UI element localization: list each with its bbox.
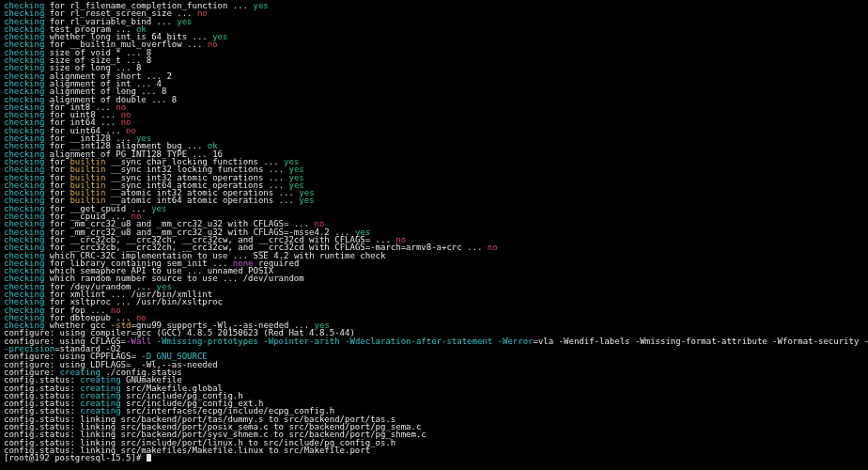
log-result: yes [177,17,192,26]
shell-prompt[interactable]: [root@192 postgresql-15.5]# [4,453,151,462]
log-result: 2 [166,71,171,81]
log-line: configure: using CFLAGS=-Wall -Wmissing-… [4,337,868,346]
log-result: 8 [172,95,177,104]
log-flag-wall: -Wall [126,337,151,346]
log-result: no [197,8,208,18]
log-flags: =vla -Wendif-labels -Wmissing-format-att… [534,337,868,346]
terminal-output: checking for rl_filename_completion_func… [0,0,868,466]
log-result: no [208,39,218,49]
log-dots: ... [147,95,172,104]
log-dots: ... [273,196,299,205]
log-dots: ... [218,274,243,283]
log-result: no [488,243,498,252]
log-flags: -Wmissing-prototypes -Wpointer-arith -Wd… [151,337,533,346]
log-result: yes [299,196,314,205]
log-result: yes [254,1,269,10]
log-result: yes [151,204,166,213]
log-dots: ... [227,1,253,10]
log-result: /dev/urandom [243,274,304,283]
prompt-text: [root@192 postgresql-15.5]# [4,453,147,462]
log-result: 8 [147,55,151,65]
log-result: /usr/bin/xsltproc [136,297,223,306]
log-dots: ... [151,17,177,26]
cursor [147,454,151,462]
log-dots: ... [462,243,488,252]
log-dots: ... [182,39,208,49]
